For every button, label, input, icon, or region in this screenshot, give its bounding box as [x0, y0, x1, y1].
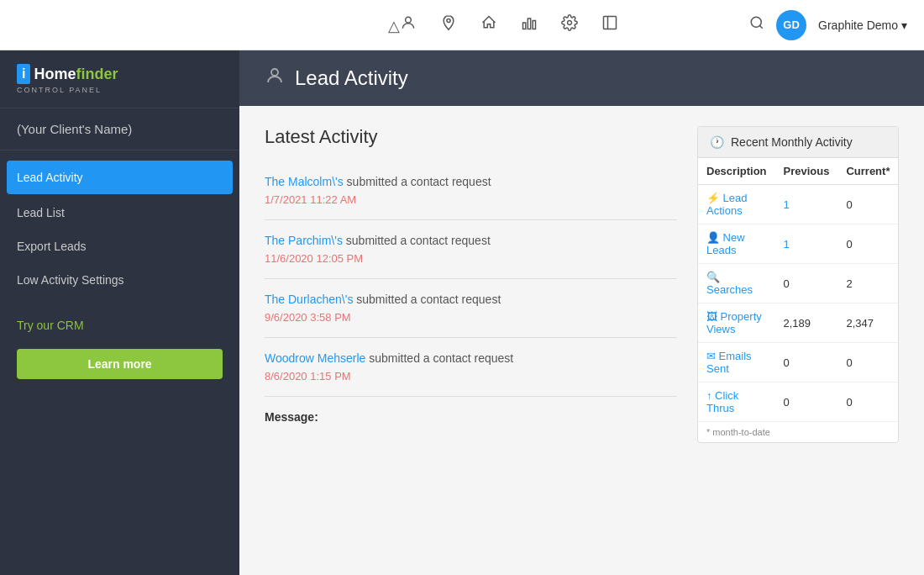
row-curr-property-views: 2,347 — [837, 303, 898, 343]
clock-icon: 🕐 — [710, 135, 724, 149]
month-footnote: * month-to-date — [698, 422, 898, 442]
activity-link-4[interactable]: Woodrow Mehserle — [265, 351, 365, 365]
chevron-down-icon: ▾ — [901, 18, 907, 32]
monthly-table: Description Previous Current* ⚡ Lead Act… — [698, 158, 898, 422]
svg-line-9 — [760, 25, 763, 28]
activity-date-4: 8/6/2020 1:15 PM — [265, 370, 677, 382]
table-row-lead-actions: ⚡ Lead Actions 1 0 — [698, 185, 898, 224]
svg-point-0 — [405, 17, 411, 23]
table-row-new-leads: 👤 New Leads 1 0 — [698, 224, 898, 264]
location-nav-icon[interactable] — [440, 14, 457, 35]
sidebar: i Homefinder CONTROL PANEL (Your Client'… — [0, 50, 239, 575]
top-nav: △ GD Graphite Demo ▾ — [0, 0, 924, 50]
monthly-activity-header: 🕐 Recent Monthly Activity — [698, 127, 898, 158]
logo-finder-text: finder — [76, 66, 118, 83]
page-header: Lead Activity — [239, 50, 924, 106]
sidebar-item-export-leads[interactable]: Export Leads — [0, 229, 239, 263]
row-curr-new-leads: 0 — [837, 224, 898, 264]
row-prev-new-leads: 1 — [775, 224, 838, 264]
col-previous: Previous — [775, 158, 838, 185]
col-current: Current* — [837, 158, 898, 185]
chart-nav-icon[interactable] — [521, 14, 538, 35]
user-name[interactable]: Graphite Demo ▾ — [818, 18, 907, 32]
latest-activity-title: Latest Activity — [265, 126, 677, 148]
layout-nav-icon[interactable] — [601, 14, 618, 35]
nav-icons-group: △ — [256, 14, 749, 35]
svg-point-5 — [567, 21, 571, 25]
col-description: Description — [698, 158, 775, 185]
row-curr-lead-actions: 0 — [837, 185, 898, 224]
activity-action-1: submitted a contact request — [347, 175, 491, 188]
monthly-activity-title: Recent Monthly Activity — [731, 135, 853, 149]
row-prev-property-views: 2,189 — [775, 303, 838, 343]
row-curr-searches: 2 — [837, 264, 898, 303]
logo-home-text: Home — [34, 66, 76, 83]
left-panel: Latest Activity The Malcolm\'s submitted… — [265, 126, 677, 555]
sidebar-crm-label: Try our CRM — [0, 305, 239, 346]
row-label-lead-actions[interactable]: ⚡ Lead Actions — [698, 185, 775, 224]
activity-action-4: submitted a contact request — [369, 351, 513, 365]
page-title: Lead Activity — [295, 66, 408, 90]
content-area: Lead Activity Latest Activity The Malcol… — [239, 50, 924, 575]
page-header-person-icon — [265, 66, 285, 91]
sidebar-item-low-activity[interactable]: Low Activity Settings — [0, 263, 239, 297]
row-label-new-leads[interactable]: 👤 New Leads — [698, 224, 775, 264]
activity-link-2[interactable]: The Parchim\'s — [265, 234, 343, 247]
activity-item-4: Woodrow Mehserle submitted a contact req… — [265, 338, 677, 397]
sidebar-nav: Lead Activity Lead List Export Leads Low… — [0, 150, 239, 305]
sidebar-logo: i Homefinder CONTROL PANEL — [0, 50, 239, 108]
client-name: (Your Client's Name) — [0, 108, 239, 150]
row-prev-emails-sent: 0 — [775, 343, 838, 382]
activity-item-1: The Malcolm\'s submitted a contact reque… — [265, 161, 677, 220]
activity-link-3[interactable]: The Durlachen\'s — [265, 293, 353, 306]
svg-rect-6 — [603, 17, 616, 29]
table-row-click-thrus: ↑ Click Thrus 0 0 — [698, 382, 898, 422]
activity-action-2: submitted a contact request — [346, 234, 491, 247]
activity-date-3: 9/6/2020 3:58 PM — [265, 311, 677, 324]
row-curr-emails-sent: 0 — [837, 343, 898, 382]
svg-point-1 — [446, 18, 449, 22]
sidebar-item-lead-activity[interactable]: Lead Activity — [7, 161, 233, 194]
row-prev-lead-actions: 1 — [775, 185, 838, 224]
svg-rect-2 — [522, 23, 525, 29]
activity-link-1[interactable]: The Malcolm\'s — [265, 175, 344, 188]
table-row-searches: 🔍 Searches 0 2 — [698, 264, 898, 303]
row-label-property-views[interactable]: 🖼 Property Views — [698, 303, 775, 343]
activity-item-3: The Durlachen\'s submitted a contact req… — [265, 279, 677, 338]
table-row-emails-sent: ✉ Emails Sent 0 0 — [698, 343, 898, 382]
home-nav-icon[interactable] — [480, 14, 497, 35]
learn-more-button[interactable]: Learn more — [17, 349, 223, 379]
message-label: Message: — [265, 410, 677, 424]
svg-point-10 — [271, 69, 278, 76]
content-body: Latest Activity The Malcolm\'s submitted… — [239, 106, 924, 575]
svg-rect-3 — [528, 18, 530, 29]
row-prev-click-thrus: 0 — [775, 382, 838, 422]
logo-i-box: i — [17, 64, 30, 84]
right-panel: 🕐 Recent Monthly Activity Description Pr… — [697, 126, 899, 555]
sidebar-item-lead-list[interactable]: Lead List — [0, 196, 239, 229]
activity-date-2: 11/6/2020 12:05 PM — [265, 252, 677, 265]
svg-point-8 — [751, 17, 761, 27]
row-prev-searches: 0 — [775, 264, 838, 303]
row-label-click-thrus[interactable]: ↑ Click Thrus — [698, 382, 775, 422]
activity-date-1: 1/7/2021 11:22 AM — [265, 193, 677, 206]
monthly-activity-box: 🕐 Recent Monthly Activity Description Pr… — [697, 126, 899, 443]
svg-rect-4 — [533, 21, 535, 29]
gear-nav-icon[interactable] — [561, 14, 578, 35]
top-nav-right: GD Graphite Demo ▾ — [749, 10, 907, 40]
main-layout: i Homefinder CONTROL PANEL (Your Client'… — [0, 50, 924, 575]
activity-action-3: submitted a contact request — [356, 293, 501, 306]
logo-subtitle: CONTROL PANEL — [17, 86, 102, 94]
row-label-searches[interactable]: 🔍 Searches — [698, 264, 775, 303]
table-row-property-views: 🖼 Property Views 2,189 2,347 — [698, 303, 898, 343]
search-icon[interactable] — [749, 15, 764, 34]
activity-item-2: The Parchim\'s submitted a contact reque… — [265, 220, 677, 279]
avatar[interactable]: GD — [776, 10, 806, 40]
row-curr-click-thrus: 0 — [837, 382, 898, 422]
person-nav-icon[interactable]: △ — [388, 14, 417, 35]
row-label-emails-sent[interactable]: ✉ Emails Sent — [698, 343, 775, 382]
